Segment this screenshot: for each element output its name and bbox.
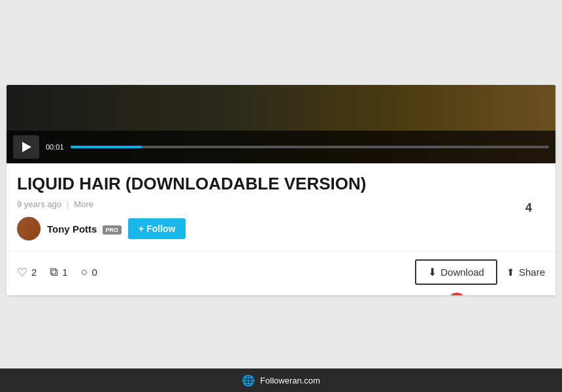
actions-row: ♡ 2 ⧉ 1 ○ 0 ⬇ Download ⬆: [7, 251, 555, 295]
likes-count: 2: [31, 267, 37, 278]
avatar: [17, 217, 41, 240]
video-meta: 9 years ago | More: [17, 199, 93, 209]
likes-action[interactable]: ♡ 2: [17, 265, 37, 280]
pro-badge: PRO: [103, 225, 122, 235]
play-button[interactable]: [13, 135, 39, 159]
video-info: LIQUID HAIR (DOWNLOADABLE VERSION) 9 yea…: [7, 163, 555, 240]
layers-action[interactable]: ⧉ 1: [50, 265, 67, 279]
heart-icon: ♡: [17, 265, 27, 280]
years-ago: 9 years ago: [17, 199, 61, 209]
progress-fill: [71, 146, 142, 148]
page-container: 00:01 LIQUID HAIR (DOWNLOADABLE VERSION)…: [0, 0, 562, 392]
download-icon: ⬇: [428, 266, 437, 278]
follow-button[interactable]: + Follow: [128, 218, 186, 239]
comments-count: 0: [92, 267, 97, 278]
website-label: Followeran.com: [260, 376, 320, 385]
author-name: Tony Potts PRO: [47, 223, 122, 235]
content-card: 00:01 LIQUID HAIR (DOWNLOADABLE VERSION)…: [7, 85, 555, 295]
follow-label: + Follow: [139, 223, 175, 234]
play-icon: [22, 142, 31, 152]
globe-icon: 🌐: [242, 374, 255, 387]
comments-action[interactable]: ○ 0: [81, 265, 97, 279]
download-label: Download: [440, 267, 484, 278]
share-label: Share: [519, 267, 545, 278]
meta-row: 9 years ago | More 4: [17, 199, 545, 217]
more-link[interactable]: More: [74, 199, 93, 209]
separator: |: [67, 199, 69, 209]
avatar-image: [17, 217, 41, 240]
video-controls: 00:01: [7, 131, 555, 163]
progress-bar[interactable]: [71, 146, 549, 148]
share-icon: ⬆: [506, 267, 515, 278]
author-name-text: Tony Potts: [47, 223, 97, 235]
right-actions: ⬇ Download ⬆ Share 1: [415, 259, 545, 285]
time-display: 00:01: [46, 143, 64, 151]
comment-icon: ○: [81, 265, 88, 279]
bottom-bar: 🌐 Followeran.com: [0, 368, 562, 392]
download-button[interactable]: ⬇ Download: [415, 259, 497, 285]
video-player: 00:01: [7, 85, 555, 163]
top-gray-area: [0, 0, 562, 85]
video-title: LIQUID HAIR (DOWNLOADABLE VERSION): [17, 174, 545, 194]
left-actions: ♡ 2 ⧉ 1 ○ 0: [17, 265, 97, 280]
share-button[interactable]: ⬆ Share: [506, 267, 545, 278]
view-count: 4: [525, 201, 532, 215]
layers-icon: ⧉: [50, 265, 58, 279]
annotation-marker: 1: [448, 293, 466, 295]
author-row: Tony Potts PRO + Follow: [17, 217, 545, 240]
layers-count: 1: [62, 267, 67, 278]
